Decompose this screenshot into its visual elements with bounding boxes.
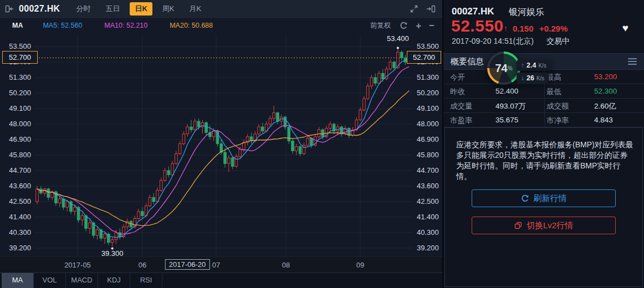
collapse-left-panel-icon[interactable] <box>4 4 14 14</box>
candle-body <box>167 171 170 175</box>
bmp-notice-text: 应港交所要求，港股基本报价服务(BMP)对应列表最多只能展示20只股票为实时行情… <box>456 140 634 182</box>
upload-speed-unit: K/s <box>538 63 546 69</box>
indicator-tab-ma[interactable]: MA <box>2 273 34 288</box>
ma20-line <box>37 91 409 226</box>
candle-body <box>212 131 215 137</box>
period-tab-daily-k[interactable]: 日K <box>130 2 152 16</box>
high-marker-dot <box>397 47 399 49</box>
candle-body <box>194 121 197 130</box>
period-tab-weekly-k[interactable]: 周K <box>157 2 180 16</box>
candle-body <box>239 150 242 157</box>
candle-body <box>186 127 189 134</box>
candle-body <box>182 134 185 144</box>
ma5-line <box>37 60 409 238</box>
price-change-percent: +0.29% <box>539 24 568 33</box>
download-speed-unit: K/s <box>536 75 544 81</box>
y-tick-left: 44.700 <box>0 166 31 174</box>
ma-value-20: MA20: 50.688 <box>170 22 213 29</box>
bmp-notice-section: 应港交所要求，港股基本报价服务(BMP)对应列表最多只能展示20只股票为实时行情… <box>444 127 643 287</box>
candle-body <box>81 216 84 220</box>
period-tabs: 分时五日日K周K月K <box>71 2 211 16</box>
summary-title: 概要信息 <box>451 56 484 67</box>
refresh-quotes-button[interactable]: 刷新行情 <box>472 189 616 207</box>
switch-lv2-button[interactable]: 切换Lv2行情 <box>472 217 616 234</box>
period-tab-monthly-k[interactable]: 月K <box>185 2 207 16</box>
field-value: 53.200 <box>594 73 617 81</box>
zoom-in-icon[interactable]: + <box>416 21 421 30</box>
y-tick-left: 39.200 <box>0 244 31 252</box>
indicator-tab-vol[interactable]: VOL <box>34 273 66 288</box>
table-row: 成交量493.07万成交额2.60亿 <box>443 99 644 113</box>
x-tick-label: 07 <box>212 261 220 269</box>
download-speed-chip: ↓ 26 K/s <box>517 73 549 84</box>
last-price: 52.550 <box>451 17 504 35</box>
adjust-mode-label[interactable]: 前复权 <box>370 21 391 30</box>
candle-body <box>228 158 231 163</box>
performance-gauge: 74% <box>487 52 520 85</box>
dock-right-panel-icon[interactable] <box>426 4 436 13</box>
candle-body <box>205 123 208 133</box>
indicator-tab-macd[interactable]: MACD <box>66 273 98 288</box>
field-label: 市盈率 <box>450 116 473 126</box>
candle-body <box>389 62 392 69</box>
quote-panel: 00027.HK 银河娱乐 52.550 ↑ 0.150 +0.29% ♥ 20… <box>443 0 644 288</box>
candle-body <box>66 202 69 207</box>
refresh-button-label: 刷新行情 <box>534 193 567 204</box>
y-tick-left: 41.400 <box>0 213 31 221</box>
field-value: 493.07万 <box>495 101 526 111</box>
candle-body <box>277 113 279 121</box>
candle-body <box>104 234 106 239</box>
field-value: 2.60亿 <box>594 101 616 111</box>
chart-canvas <box>0 33 442 256</box>
candle-body <box>137 212 140 219</box>
upload-speed-value: 2.4 <box>527 61 536 69</box>
indicator-tab-rsi[interactable]: RSI <box>130 273 162 288</box>
field-label: 成交量 <box>450 101 473 111</box>
x-tick-label: 06 <box>139 261 146 269</box>
indicator-tabs: MAVOLMACDKDJRSI <box>0 272 442 288</box>
candle-body <box>178 144 181 154</box>
title-bar-icons <box>410 4 436 13</box>
upload-arrow-icon: ↑ <box>521 61 524 69</box>
quote-timestamp: 2017-09-20 14:51(北京) <box>452 37 534 47</box>
field-label: 成交额 <box>546 101 569 111</box>
candle-body <box>299 147 301 154</box>
candle-body <box>235 157 238 167</box>
field-value: 35.675 <box>495 116 518 124</box>
candle-body <box>382 73 385 79</box>
candle-body <box>141 212 144 216</box>
candle-body <box>160 181 162 191</box>
favorite-icon[interactable]: ♥ <box>622 22 628 34</box>
y-tick-left: 45.800 <box>0 151 31 159</box>
menu-icon[interactable] <box>628 58 637 65</box>
high-marker-label: 53.400 <box>380 34 416 43</box>
refresh-chart-icon[interactable] <box>400 22 408 30</box>
candle-body <box>36 189 39 202</box>
chart-x-axis: 2017-05062017-06-20070809 <box>0 256 442 272</box>
period-tab-minute[interactable]: 分时 <box>71 2 95 16</box>
candle-body <box>262 127 264 131</box>
download-speed-value: 26 <box>527 74 534 82</box>
y-tick-left: 50.200 <box>0 89 31 97</box>
chart-symbol: 00027.HK <box>19 4 60 14</box>
candle-body <box>58 199 61 203</box>
field-label: 昨收 <box>450 87 465 97</box>
zoom-out-icon[interactable]: − <box>429 21 435 30</box>
expand-chart-icon[interactable] <box>410 4 418 13</box>
indicator-tab-kdj[interactable]: KDJ <box>98 273 130 288</box>
lv2-button-label: 切换Lv2行情 <box>527 220 573 231</box>
candle-body <box>231 158 234 166</box>
period-tab-five-day[interactable]: 五日 <box>100 2 125 16</box>
y-tick-left: 48.000 <box>0 120 31 128</box>
y-tick-left: 53.500 <box>0 42 31 50</box>
table-row: 昨收52.400最低52.300 <box>443 84 644 99</box>
candle-body <box>197 121 200 127</box>
candle-body <box>321 130 324 137</box>
field-value: 52.400 <box>495 87 518 95</box>
field-label: 今开 <box>450 73 465 83</box>
candlestick-chart[interactable]: 53.50053.50052.40052.40051.30051.30050.2… <box>0 33 442 256</box>
candle-body <box>269 119 272 124</box>
y-tick-left: 42.500 <box>0 197 31 205</box>
stock-app-window: 00027.HK 分时五日日K周K月K MA MA5: 52.560MA10: … <box>0 0 644 288</box>
ma-value-10: MA10: 52.210 <box>104 22 147 29</box>
